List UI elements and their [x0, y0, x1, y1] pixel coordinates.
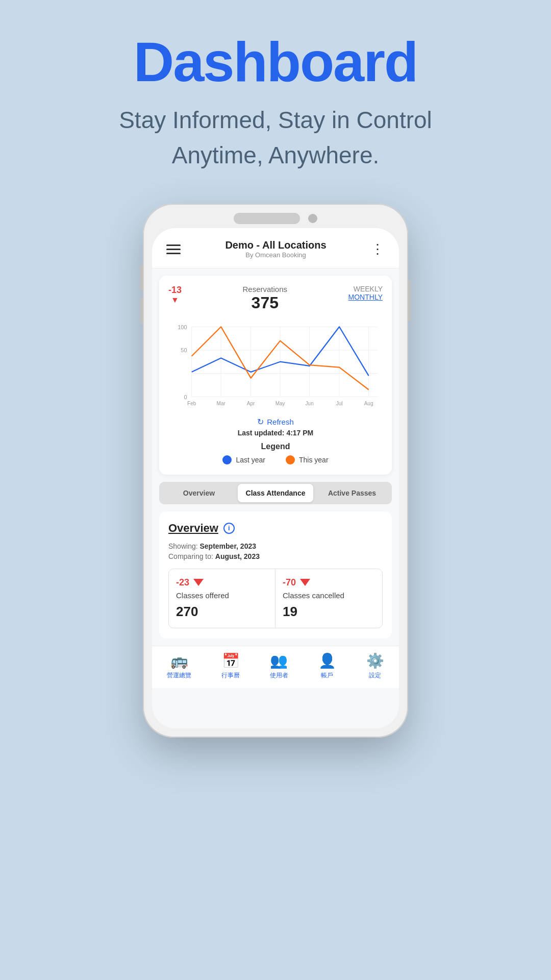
- period-monthly[interactable]: MONTHLY: [348, 293, 383, 301]
- stat-offered-delta-row: -23: [176, 577, 268, 588]
- overview-title: Overview: [168, 522, 218, 535]
- legend-title: Legend: [168, 442, 383, 451]
- nav-item-calendar[interactable]: 📅 行事曆: [221, 652, 240, 680]
- last-updated-text: Last updated: 4:17 PM: [168, 429, 383, 437]
- showing-row: Showing: September, 2023: [168, 542, 383, 550]
- chart-svg: 100 50 0 Feb Mar Apr May Jun Jul Aug: [168, 317, 383, 411]
- comparing-row: Comparing to: August, 2023: [168, 552, 383, 560]
- nav-users-label: 使用者: [270, 671, 288, 680]
- hamburger-line-3: [166, 253, 181, 254]
- overview-section: Overview i Showing: September, 2023 Comp…: [159, 511, 392, 639]
- tab-class-attendance[interactable]: Class Attendance: [238, 484, 313, 502]
- header-title-block: Demo - All Locations By Omcean Booking: [225, 239, 326, 259]
- legend-last-year-label: Last year: [236, 456, 265, 464]
- more-options-button[interactable]: ⋮: [371, 242, 385, 256]
- nav-settings-label: 設定: [369, 671, 381, 680]
- legend-row: Last year This year: [168, 455, 383, 464]
- refresh-icon: ↻: [257, 417, 264, 427]
- chart-delta-block: -13 ▼: [168, 285, 182, 305]
- last-year-dot: [222, 455, 232, 464]
- stat-offered-arrow-icon: [193, 579, 204, 586]
- svg-text:Apr: Apr: [247, 401, 255, 406]
- page-title: Dashboard: [134, 31, 418, 92]
- stat-cancelled-delta: -70: [283, 577, 296, 588]
- hamburger-line-2: [166, 249, 181, 250]
- chart-header: -13 ▼ Reservations 375 WEEKLY MONTHLY: [168, 285, 383, 312]
- svg-text:May: May: [276, 401, 285, 406]
- nav-item-settings[interactable]: ⚙️ 設定: [366, 652, 384, 680]
- camera: [308, 214, 317, 223]
- volume-up-button: [140, 265, 143, 290]
- svg-text:100: 100: [178, 324, 187, 330]
- svg-text:Jun: Jun: [306, 401, 314, 406]
- tab-overview[interactable]: Overview: [161, 484, 237, 502]
- stat-offered-value: 270: [176, 604, 268, 620]
- chart-value: 375: [243, 293, 288, 312]
- phone-screen: Demo - All Locations By Omcean Booking ⋮…: [152, 228, 399, 728]
- this-year-dot: [286, 455, 295, 464]
- page-subtitle: Stay Informed, Stay in Control Anytime, …: [119, 103, 432, 173]
- refresh-button[interactable]: ↻ Refresh: [168, 417, 383, 427]
- power-button: [408, 280, 411, 321]
- period-toggle[interactable]: WEEKLY MONTHLY: [348, 285, 383, 301]
- stat-cancelled-delta-row: -70: [283, 577, 375, 588]
- nav-overview-label: 營運總覽: [167, 671, 191, 680]
- legend-this-year: This year: [286, 455, 329, 464]
- chart-delta-value: -13: [168, 285, 182, 296]
- svg-text:0: 0: [184, 394, 187, 400]
- nav-calendar-icon: 📅: [222, 652, 240, 669]
- chart-center-block: Reservations 375: [243, 285, 288, 312]
- stat-cancelled-arrow-icon: [300, 579, 310, 586]
- nav-item-account[interactable]: 👤 帳戶: [318, 652, 336, 680]
- svg-text:50: 50: [181, 347, 187, 353]
- stat-offered-label: Classes offered: [176, 590, 268, 601]
- bottom-nav: 🚌 營運總覽 📅 行事曆 👥 使用者 👤 帳戶 ⚙️ 設定: [152, 646, 399, 688]
- volume-down-button: [140, 298, 143, 324]
- header-title: Demo - All Locations: [225, 239, 326, 251]
- notch-area: [152, 213, 399, 224]
- app-header: Demo - All Locations By Omcean Booking ⋮: [152, 228, 399, 268]
- tab-active-passes[interactable]: Active Passes: [314, 484, 390, 502]
- nav-calendar-label: 行事曆: [221, 671, 240, 680]
- nav-settings-icon: ⚙️: [366, 652, 384, 669]
- nav-item-users[interactable]: 👥 使用者: [270, 652, 288, 680]
- hamburger-line-1: [166, 244, 181, 246]
- stats-grid: -23 Classes offered 270 -70 Classes canc…: [168, 569, 383, 628]
- menu-button[interactable]: [166, 244, 181, 254]
- svg-text:Feb: Feb: [187, 401, 196, 406]
- stat-classes-cancelled: -70 Classes cancelled 19: [276, 569, 382, 628]
- svg-text:Aug: Aug: [364, 401, 373, 406]
- line-chart: 100 50 0 Feb Mar Apr May Jun Jul Aug: [168, 317, 383, 413]
- stat-classes-offered: -23 Classes offered 270: [169, 569, 276, 628]
- chart-label: Reservations: [243, 285, 288, 293]
- chart-delta-arrow-icon: ▼: [171, 296, 179, 305]
- legend-last-year: Last year: [222, 455, 265, 464]
- notch: [234, 213, 300, 224]
- stat-offered-delta: -23: [176, 577, 189, 588]
- nav-item-overview[interactable]: 🚌 營運總覽: [167, 652, 191, 680]
- svg-text:Mar: Mar: [217, 401, 226, 406]
- phone-shell: Demo - All Locations By Omcean Booking ⋮…: [143, 204, 408, 738]
- header-subtitle: By Omcean Booking: [225, 251, 326, 259]
- nav-users-icon: 👥: [270, 652, 288, 669]
- stat-cancelled-value: 19: [283, 604, 375, 620]
- info-icon[interactable]: i: [223, 523, 235, 534]
- chart-card: -13 ▼ Reservations 375 WEEKLY MONTHLY: [159, 276, 392, 475]
- stat-cancelled-label: Classes cancelled: [283, 590, 375, 601]
- nav-account-label: 帳戶: [321, 671, 333, 680]
- legend-this-year-label: This year: [299, 456, 329, 464]
- nav-overview-icon: 🚌: [170, 652, 188, 669]
- nav-account-icon: 👤: [318, 652, 336, 669]
- overview-heading: Overview i: [168, 522, 383, 535]
- refresh-label: Refresh: [267, 418, 294, 426]
- period-weekly[interactable]: WEEKLY: [348, 285, 383, 293]
- svg-text:Jul: Jul: [336, 401, 343, 406]
- tabs-container: Overview Class Attendance Active Passes: [159, 482, 392, 504]
